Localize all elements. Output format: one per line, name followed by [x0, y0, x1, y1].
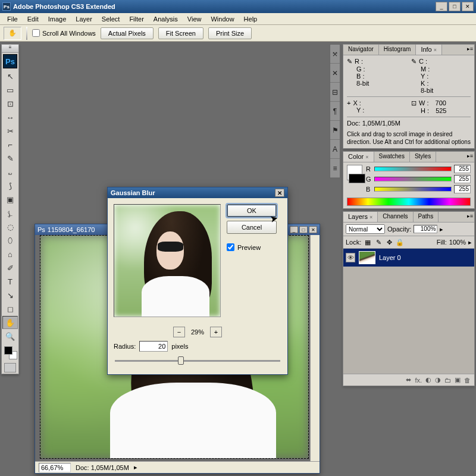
menu-help[interactable]: Help: [239, 14, 262, 24]
tab-color[interactable]: Color×: [343, 152, 374, 162]
g-value[interactable]: 255: [454, 175, 471, 183]
menu-analysis[interactable]: Analysis: [149, 14, 183, 24]
panel-menu-icon[interactable]: ▸≡: [467, 46, 473, 52]
print-size-button[interactable]: Print Size: [208, 27, 252, 39]
slider-thumb[interactable]: [178, 356, 184, 365]
dock-icon[interactable]: ⊟: [330, 83, 340, 102]
tab-histogram[interactable]: Histogram: [379, 45, 416, 55]
actual-pixels-button[interactable]: Actual Pixels: [101, 27, 154, 39]
mask-icon[interactable]: ◐: [425, 376, 431, 384]
preview-checkbox[interactable]: Preview: [227, 243, 277, 251]
g-slider[interactable]: [374, 177, 452, 181]
marquee-tool[interactable]: ▭: [2, 83, 18, 96]
menu-image[interactable]: Image: [43, 14, 71, 24]
dock-icon[interactable]: ≡: [330, 159, 340, 178]
opacity-value[interactable]: 100%: [414, 225, 437, 233]
zoom-field[interactable]: 66,67%: [39, 463, 71, 472]
vertical-scrollbar[interactable]: [310, 235, 320, 461]
dock-icon[interactable]: ⚑: [330, 121, 340, 140]
lock-transparent-icon[interactable]: ▦: [364, 238, 372, 246]
menu-view[interactable]: View: [183, 14, 206, 24]
eraser-tool[interactable]: ⍼: [2, 206, 18, 220]
tab-channels[interactable]: Channels: [378, 212, 413, 222]
toolbox-grip[interactable]: ≡: [2, 45, 18, 53]
menu-layer[interactable]: Layer: [71, 14, 97, 24]
menu-file[interactable]: File: [2, 14, 23, 24]
tab-info[interactable]: Info×: [416, 45, 442, 55]
link-layers-icon[interactable]: ⬌: [406, 376, 411, 384]
tab-swatches[interactable]: Swatches: [374, 152, 410, 162]
healing-tool[interactable]: ✎: [2, 152, 18, 165]
b-slider[interactable]: [374, 187, 452, 192]
minimize-button[interactable]: _: [436, 2, 447, 11]
dialog-close-button[interactable]: ✕: [275, 189, 284, 197]
dodge-tool[interactable]: ⌂: [2, 248, 18, 261]
gradient-tool[interactable]: ◌: [2, 220, 18, 233]
color-swatches[interactable]: [2, 345, 18, 362]
lasso-tool[interactable]: ⊡: [2, 97, 18, 110]
quick-select-tool[interactable]: ↔: [2, 111, 18, 124]
zoom-out-button[interactable]: −: [173, 327, 185, 337]
layer-name[interactable]: Layer 0: [379, 254, 401, 261]
menu-edit[interactable]: Edit: [23, 14, 43, 24]
quick-mask-toggle[interactable]: [4, 363, 16, 372]
tab-navigator[interactable]: Navigator: [343, 45, 379, 55]
close-button[interactable]: ✕: [462, 2, 474, 11]
status-menu-icon[interactable]: ▸: [134, 464, 137, 471]
b-value[interactable]: 255: [454, 185, 471, 193]
fill-value[interactable]: 100%: [449, 239, 466, 246]
hand-tool[interactable]: ✋: [2, 316, 18, 329]
crop-tool[interactable]: ✂: [2, 124, 18, 137]
menu-filter[interactable]: Filter: [124, 14, 148, 24]
clone-tool[interactable]: ⟆: [2, 179, 18, 192]
blur-tool[interactable]: ⬯: [2, 234, 18, 247]
cancel-button[interactable]: Cancel: [227, 221, 277, 234]
pen-tool[interactable]: ✐: [2, 261, 18, 274]
brush-tool[interactable]: ⩊: [2, 165, 18, 178]
zoom-tool[interactable]: 🔍: [2, 330, 18, 343]
lock-all-icon[interactable]: 🔒: [396, 238, 404, 246]
lock-pixels-icon[interactable]: ✎: [374, 238, 383, 246]
slice-tool[interactable]: ⌐: [2, 138, 18, 151]
shape-tool[interactable]: ◻: [2, 302, 18, 315]
foreground-swatch[interactable]: [4, 346, 12, 355]
radius-input[interactable]: [139, 341, 168, 352]
panel-menu-icon[interactable]: ▸≡: [467, 153, 473, 159]
group-icon[interactable]: 🗀: [444, 377, 451, 384]
menu-window[interactable]: Window: [206, 14, 239, 24]
move-tool[interactable]: ↖: [2, 70, 18, 83]
scroll-all-checkbox[interactable]: [32, 29, 40, 37]
current-tool-icon[interactable]: ✋: [4, 27, 21, 40]
r-slider[interactable]: [374, 167, 452, 171]
dock-icon[interactable]: ⤧: [330, 45, 340, 64]
r-value[interactable]: 255: [454, 165, 471, 173]
lock-position-icon[interactable]: ✥: [385, 238, 393, 246]
tab-styles[interactable]: Styles: [410, 152, 436, 162]
panel-menu-icon[interactable]: ▸≡: [467, 213, 473, 219]
layer-thumbnail[interactable]: [359, 251, 375, 264]
trash-icon[interactable]: 🗑: [464, 377, 471, 384]
fit-screen-button[interactable]: Fit Screen: [158, 27, 203, 39]
dock-icon[interactable]: A: [330, 140, 340, 159]
preview-thumbnail[interactable]: [114, 204, 221, 317]
scroll-all-windows-checkbox[interactable]: Scroll All Windows: [32, 29, 96, 37]
blend-mode-select[interactable]: Normal: [346, 224, 385, 234]
maximize-button[interactable]: □: [449, 2, 461, 11]
path-select-tool[interactable]: ↘: [2, 289, 18, 302]
color-spectrum[interactable]: [347, 198, 471, 206]
new-layer-icon[interactable]: ▣: [455, 376, 461, 384]
visibility-icon[interactable]: 👁: [346, 253, 355, 262]
layer-row[interactable]: 👁 Layer 0: [343, 249, 474, 267]
history-brush-tool[interactable]: ▣: [2, 193, 18, 206]
doc-minimize-button[interactable]: _: [290, 226, 298, 233]
tab-layers[interactable]: Layers×: [343, 212, 378, 222]
fx-icon[interactable]: fx.: [415, 377, 422, 384]
dock-icon[interactable]: ✕: [330, 64, 340, 83]
type-tool[interactable]: T: [2, 275, 18, 288]
menu-select[interactable]: Select: [97, 14, 125, 24]
color-swatch[interactable]: [347, 165, 362, 180]
radius-slider[interactable]: [115, 355, 280, 367]
zoom-in-button[interactable]: +: [210, 327, 222, 337]
doc-maximize-button[interactable]: □: [299, 226, 308, 233]
adjustment-icon[interactable]: ◑: [435, 376, 441, 384]
